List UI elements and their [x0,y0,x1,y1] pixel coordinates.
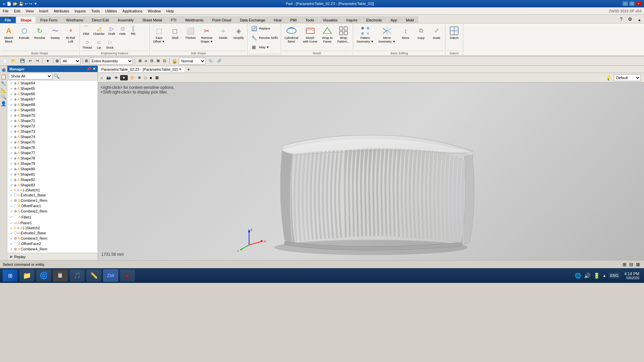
tab-visualize[interactable]: Visualize [319,16,342,23]
tree-item-26[interactable]: ✓⌒AFillet1 [7,214,98,220]
menu-edit[interactable]: Edit [11,8,23,14]
btn-sweep[interactable]: 〜 Sweep [48,24,63,41]
toolbar-new[interactable]: 📄 [1,58,9,64]
btn-replace[interactable]: 🔄 Replace [249,24,271,33]
filter-select[interactable]: Show All [9,73,52,79]
tree-item-32[interactable]: ✓⊕ACombine4_Rem [7,246,98,252]
sys-tray-arrow[interactable]: ▲ [603,274,606,278]
vp-tb-solid[interactable]: ■ [148,75,153,80]
quick-access-redo[interactable]: ↪ [29,2,32,6]
menu-inquire[interactable]: Inquire [72,8,89,14]
btn-draft[interactable]: ▷ Draft [107,24,117,36]
3d-viewport[interactable]: <right-click> for context-sensitive opti… [98,82,644,260]
tree-item-31[interactable]: ✓⬚AOffsetFace2 [7,241,98,246]
btn-mirror-geometry[interactable]: MirrorGeometry ▼ [376,24,397,45]
vp-tb-render[interactable]: 🔆 [128,75,136,80]
tab-electrode[interactable]: Electrode [362,16,386,23]
btn-simplify[interactable]: ◈ Simplify [231,24,246,41]
btn-resolve-selfx[interactable]: 🔧 Resolve SelfX [249,34,279,42]
btn-sketch-block[interactable]: A SketchBlock [1,24,16,45]
quick-access-undo[interactable]: ↩ [25,2,28,6]
btn-datum[interactable]: Datum [447,24,462,41]
tab-file[interactable]: File [0,16,16,23]
vp-light-icon[interactable]: 💡 [604,74,612,81]
btn-morph-with-curve[interactable]: Morphwith Curve [301,24,319,45]
replay-section[interactable]: ▶ Replay [7,253,98,260]
sidebar-pin[interactable]: 📌 [87,67,91,71]
quick-access-open[interactable]: 📂 [13,2,17,6]
vp-tab-add[interactable]: + [185,66,192,73]
btn-remove-shape[interactable]: ✂ RemoveShape ▼ [199,24,215,45]
menu-tools[interactable]: Tools [89,8,103,14]
tab-fti[interactable]: FTI [167,16,181,23]
side-icon-3[interactable]: 🔧 [1,80,7,86]
tree-item-27[interactable]: ✓▱APlane1 [7,220,98,226]
ribbon-help[interactable]: ? [617,15,625,23]
menu-view[interactable]: View [23,8,37,14]
taskbar-firefox[interactable]: 🌀 [36,269,51,282]
toolbar-save[interactable]: 💾 [19,58,26,64]
vp-tb-view[interactable]: 👁 [113,75,119,80]
btn-scale[interactable]: ⤢ Scale [429,24,444,41]
btn-thread[interactable]: ⊃ Thread [81,38,94,50]
tab-weldments[interactable]: Weldments [181,16,208,23]
btn-face-offset[interactable]: ⬚ FaceOffset ▼ [151,24,167,45]
side-icon-4[interactable]: 📐 [1,87,7,93]
tree-item-5[interactable]: ✓◈AShape68 [7,102,98,107]
btn-birail-loft[interactable]: ⌖ Bi RailLoft [63,24,78,45]
tree-item-4[interactable]: ✓◈AShape67 [7,97,98,102]
tree-item-7[interactable]: ✓◈AShape70 [7,113,98,118]
sys-network[interactable]: 🌐 [575,273,581,279]
tb-extra1[interactable]: 📎 [207,58,214,64]
tree-item-1[interactable]: ✓◈AShape64 [7,80,98,86]
tree-item-25[interactable]: ✓⊕ACombine2_Rem [7,208,98,214]
tb-icon4[interactable]: ⊠ [155,58,161,64]
sys-lang[interactable]: ENG [609,273,620,278]
btn-fillet[interactable]: ⌒ Fillet [81,24,91,36]
vp-tab-main[interactable]: ParametricTable_02.Z3 - [ParametricTable… [98,67,185,72]
tab-wireframe[interactable]: Wireframe [62,16,88,23]
vp-tab-close[interactable]: ✕ [179,67,181,71]
ribbon-minimize[interactable]: ▲ [635,16,644,23]
restore-btn[interactable]: □ [629,1,635,6]
scope-select[interactable]: All [60,58,80,64]
btn-cylindrical-bend[interactable]: CylindricalBend [282,24,301,45]
menu-applications[interactable]: Applications [120,8,145,14]
taskbar-explorer[interactable]: 📁 [19,269,34,282]
tree-item-21[interactable]: ✓A⊘A(-)Sketch1 [7,188,98,192]
normal-select[interactable]: Normal [179,58,206,64]
btn-copy[interactable]: ⧉ Copy [414,24,428,41]
tab-app[interactable]: App [386,16,401,23]
tree-item-14[interactable]: ✓◈AShape77 [7,150,98,156]
sys-clock[interactable]: 4:14 PM 5/8/2020 [622,271,641,281]
menu-file[interactable]: File [0,8,11,14]
btn-wrap-pattern[interactable]: WrapPattern... [335,24,352,45]
menu-attributes[interactable]: Attributes [51,8,72,14]
side-icon-5[interactable]: 🔍 [1,94,7,100]
btn-thicken[interactable]: ⬜ Thicken [183,24,198,41]
taskbar-app5[interactable]: ✏️ [87,269,101,282]
tree-item-2[interactable]: ✓◈AShape65 [7,86,98,91]
btn-rib[interactable]: ║ Rib [128,24,138,36]
vp-tb-shading[interactable]: ▼ [120,75,128,80]
tree-item-19[interactable]: ✓◈AShape82 [7,177,98,182]
tree-item-30[interactable]: ✓⊕ACombine3_Rem [7,236,98,241]
btn-pattern-geometry[interactable]: PatternGeometry ▼ [355,24,376,45]
tab-inquire[interactable]: Inquire [342,16,362,23]
btn-extrude[interactable]: ⬡ Extrude [17,24,32,41]
tree-item-24[interactable]: ✓⬚AOffsetFace1 [7,203,98,208]
status-icon2[interactable]: ⊟ [628,261,635,268]
tab-assembly[interactable]: Assembly [114,16,138,23]
tree-item-8[interactable]: ✓◈AShape71 [7,118,98,123]
tree-item-16[interactable]: ✓◈AShape79 [7,161,98,166]
tree-item-23[interactable]: ✓⊕ACombine1_Rem [7,198,98,203]
tab-pmi[interactable]: PMI [286,16,301,23]
vp-tb-orient[interactable]: ⊕ [137,75,142,80]
tb-icon1[interactable]: ⊞ [137,58,143,64]
tree-item-6[interactable]: ✓◈AShape69 [7,107,98,113]
tree-item-11[interactable]: ✓◈AShape74 [7,134,98,139]
btn-stock[interactable]: □ Stock [105,38,115,50]
tree-item-12[interactable]: ✓◈AShape75 [7,139,98,145]
btn-inlay[interactable]: ⊞ Inlay ▼ [249,43,270,52]
menu-utilities[interactable]: Utilities [103,8,120,14]
